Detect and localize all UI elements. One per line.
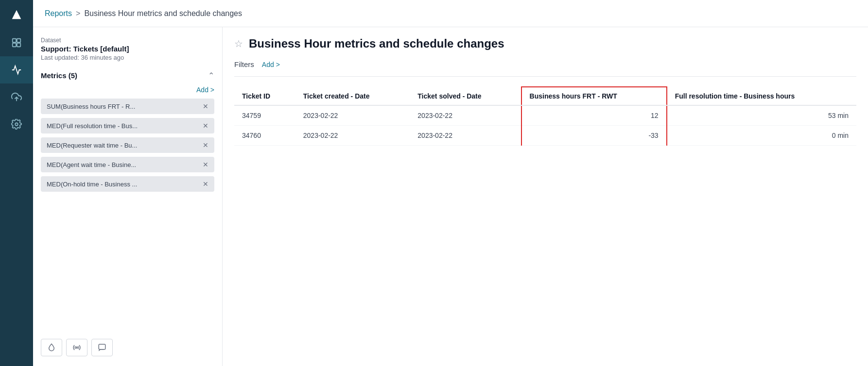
bottom-icons bbox=[41, 331, 214, 356]
metric-chip-1: MED(Full resolution time - Bus... ✕ bbox=[41, 118, 214, 133]
data-table: Ticket ID Ticket created - Date Ticket s… bbox=[234, 86, 856, 146]
chat-icon-btn[interactable] bbox=[91, 339, 113, 356]
cell-full-res-time-1: 0 min bbox=[667, 126, 856, 146]
signal-icon-btn[interactable] bbox=[66, 339, 87, 356]
metric-chip-remove-4[interactable]: ✕ bbox=[203, 180, 208, 188]
report-title-row: ☆ Business Hour metrics and schedule cha… bbox=[234, 37, 856, 50]
collapse-metrics-icon[interactable]: ⌃ bbox=[208, 71, 214, 80]
svg-rect-3 bbox=[13, 43, 16, 47]
cell-ticket-solved-0: 2023-02-22 bbox=[410, 105, 521, 126]
metric-chip-2: MED(Requester wait time - Bu... ✕ bbox=[41, 137, 214, 153]
svg-marker-0 bbox=[12, 10, 21, 19]
cell-ticket-solved-1: 2023-02-22 bbox=[410, 126, 521, 146]
drop-icon-btn[interactable] bbox=[41, 339, 62, 356]
svg-rect-1 bbox=[13, 39, 16, 42]
add-metric-link[interactable]: Add > bbox=[196, 86, 214, 94]
col-header-ticket-created: Ticket created - Date bbox=[295, 87, 410, 105]
metrics-header: Metrics (5) ⌃ bbox=[41, 71, 214, 80]
metrics-add-row: Add > bbox=[41, 86, 214, 94]
dataset-label: Dataset bbox=[41, 37, 214, 44]
sidebar-item-home[interactable] bbox=[0, 29, 33, 56]
content-area: Dataset Support: Tickets [default] Last … bbox=[33, 27, 868, 366]
metric-chip-3: MED(Agent wait time - Busine... ✕ bbox=[41, 157, 214, 172]
svg-point-7 bbox=[76, 347, 78, 349]
left-panel: Dataset Support: Tickets [default] Last … bbox=[33, 27, 223, 366]
metric-chip-remove-1[interactable]: ✕ bbox=[203, 122, 208, 130]
right-panel: ☆ Business Hour metrics and schedule cha… bbox=[223, 27, 868, 366]
cell-full-res-time-0: 53 min bbox=[667, 105, 856, 126]
col-header-ticket-id: Ticket ID bbox=[234, 87, 295, 105]
dataset-updated: Last updated: 36 minutes ago bbox=[41, 54, 214, 61]
report-title: Business Hour metrics and schedule chang… bbox=[249, 37, 504, 50]
metric-chip-remove-2[interactable]: ✕ bbox=[203, 141, 208, 149]
sidebar-item-settings[interactable] bbox=[0, 111, 33, 138]
cell-ticket-created-0: 2023-02-22 bbox=[295, 105, 410, 126]
breadcrumb-reports-link[interactable]: Reports bbox=[45, 9, 72, 18]
svg-rect-8 bbox=[99, 344, 105, 349]
favorite-star-icon[interactable]: ☆ bbox=[234, 38, 243, 50]
sidebar-item-upload[interactable] bbox=[0, 83, 33, 111]
filters-row: Filters Add > bbox=[234, 60, 856, 77]
cell-biz-hours-frt-1: -33 bbox=[521, 126, 667, 146]
metric-chip-4: MED(On-hold time - Business ... ✕ bbox=[41, 176, 214, 192]
col-header-biz-hours-frt: Business hours FRT - RWT bbox=[521, 87, 667, 105]
metric-chip-label-0: SUM(Business hours FRT - R... bbox=[47, 103, 135, 110]
metric-chip-remove-3[interactable]: ✕ bbox=[203, 161, 208, 168]
cell-ticket-created-1: 2023-02-22 bbox=[295, 126, 410, 146]
dataset-name: Support: Tickets [default] bbox=[41, 45, 214, 53]
metric-chip-label-1: MED(Full resolution time - Bus... bbox=[47, 122, 138, 130]
cell-ticket-id-1: 34760 bbox=[234, 126, 295, 146]
cell-biz-hours-frt-0: 12 bbox=[521, 105, 667, 126]
breadcrumb-current: Business Hour metrics and schedule chang… bbox=[84, 9, 242, 18]
table-header: Ticket ID Ticket created - Date Ticket s… bbox=[234, 87, 856, 105]
metrics-list: SUM(Business hours FRT - R... ✕ MED(Full… bbox=[41, 99, 214, 196]
col-header-ticket-solved: Ticket solved - Date bbox=[410, 87, 521, 105]
table-row: 34760 2023-02-22 2023-02-22 -33 0 min bbox=[234, 126, 856, 146]
metric-chip-label-2: MED(Requester wait time - Bu... bbox=[47, 142, 137, 149]
breadcrumb-bar: Reports > Business Hour metrics and sche… bbox=[33, 0, 868, 27]
add-filter-link[interactable]: Add > bbox=[262, 61, 280, 68]
app-logo[interactable] bbox=[0, 0, 33, 29]
metric-chip-remove-0[interactable]: ✕ bbox=[203, 102, 208, 110]
col-header-full-res-time: Full resolution time - Business hours bbox=[667, 87, 856, 105]
metric-chip-label-3: MED(Agent wait time - Busine... bbox=[47, 161, 136, 168]
table-header-row: Ticket ID Ticket created - Date Ticket s… bbox=[234, 87, 856, 105]
svg-rect-4 bbox=[17, 43, 20, 47]
main-container: Reports > Business Hour metrics and sche… bbox=[33, 0, 868, 366]
metric-chip-label-4: MED(On-hold time - Business ... bbox=[47, 181, 137, 188]
metrics-title: Metrics (5) bbox=[41, 71, 77, 80]
metric-chip-0: SUM(Business hours FRT - R... ✕ bbox=[41, 99, 214, 114]
table-row: 34759 2023-02-22 2023-02-22 12 53 min bbox=[234, 105, 856, 126]
cell-ticket-id-0: 34759 bbox=[234, 105, 295, 126]
svg-point-6 bbox=[15, 123, 18, 126]
svg-rect-2 bbox=[17, 39, 20, 42]
sidebar-item-reports[interactable] bbox=[0, 56, 33, 83]
sidebar bbox=[0, 0, 33, 366]
table-body: 34759 2023-02-22 2023-02-22 12 53 min 34… bbox=[234, 105, 856, 146]
filters-label: Filters bbox=[234, 60, 254, 68]
breadcrumb-separator: > bbox=[76, 9, 80, 18]
